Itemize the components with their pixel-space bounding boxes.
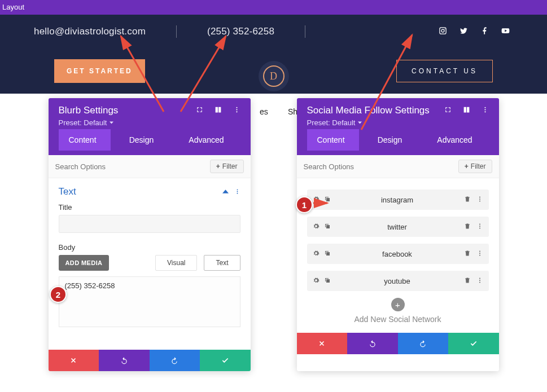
add-new-button[interactable]: + <box>391 298 405 311</box>
tab-advanced[interactable]: Advanced <box>173 129 240 151</box>
filter-label: Filter <box>222 162 238 170</box>
duplicate-icon[interactable] <box>324 196 331 204</box>
svg-point-8 <box>484 111 485 112</box>
cancel-button[interactable] <box>49 350 99 371</box>
panel-title: Blurb Settings <box>59 105 119 116</box>
header-band: hello@diviastrologist.com (255) 352-6258… <box>0 15 547 94</box>
body-tab-visual[interactable]: Visual <box>155 255 197 271</box>
trash-icon[interactable] <box>464 250 471 258</box>
add-media-button[interactable]: ADD MEDIA <box>59 255 110 271</box>
logo: D <box>259 61 289 91</box>
filter-button[interactable]: +Filter <box>458 160 492 173</box>
panel-body: +Filter Text Title Body ADD MEDIA <box>49 155 251 350</box>
layout-label: Layout <box>2 3 24 11</box>
text-section: Text Title Body ADD MEDIA Visual Text <box>49 178 251 350</box>
preset-label: Preset: Default <box>307 118 356 127</box>
social-network-list: instagram twitter <box>297 178 499 296</box>
more-icon[interactable] <box>234 187 240 197</box>
redo-button[interactable] <box>398 333 449 354</box>
panel-layout-icon[interactable] <box>463 105 470 116</box>
more-icon[interactable] <box>482 105 489 116</box>
filter-label: Filter <box>471 162 486 170</box>
cancel-button[interactable] <box>297 333 348 354</box>
preset-label: Preset: Default <box>59 118 107 127</box>
tab-content[interactable]: Content <box>59 129 111 151</box>
gear-icon[interactable] <box>313 223 320 231</box>
layout-strip: Layout <box>0 0 547 15</box>
header-phone: (255) 352-6258 <box>207 26 274 37</box>
gear-icon[interactable] <box>313 196 320 204</box>
confirm-button[interactable] <box>200 350 251 371</box>
preset-selector[interactable]: Preset: Default <box>59 118 240 127</box>
add-new-row: + Add New Social Network <box>297 296 499 333</box>
body-tab-text[interactable]: Text <box>204 255 240 271</box>
more-icon[interactable] <box>476 250 483 258</box>
expand-icon[interactable] <box>196 105 203 116</box>
duplicate-icon[interactable] <box>324 223 331 231</box>
more-icon[interactable] <box>476 223 483 231</box>
tab-design[interactable]: Design <box>359 129 421 151</box>
body-label: Body <box>59 243 240 252</box>
more-icon[interactable] <box>476 196 483 204</box>
item-name: twitter <box>336 223 458 231</box>
svg-point-4 <box>237 191 238 192</box>
list-item[interactable]: instagram <box>307 190 489 210</box>
blurb-panel: Blurb Settings Preset: Default Content D… <box>49 98 251 371</box>
item-name: instagram <box>336 196 458 204</box>
twitter-icon[interactable] <box>460 27 468 37</box>
duplicate-icon[interactable] <box>324 277 331 285</box>
svg-point-19 <box>479 280 480 281</box>
filter-button[interactable]: +Filter <box>210 160 244 173</box>
get-started-button[interactable]: GET STARTED <box>54 59 145 83</box>
svg-point-17 <box>479 254 480 256</box>
expand-icon[interactable] <box>444 105 452 116</box>
list-item[interactable]: youtube <box>307 271 489 291</box>
section-label: Text <box>59 186 76 197</box>
panel-tabs: Content Design Advanced <box>307 129 489 151</box>
trash-icon[interactable] <box>464 223 471 231</box>
item-name: facebook <box>336 250 458 258</box>
trash-icon[interactable] <box>464 277 471 285</box>
tab-content[interactable]: Content <box>307 129 359 151</box>
search-input[interactable] <box>304 160 458 173</box>
undo-button[interactable] <box>99 350 150 371</box>
tab-design[interactable]: Design <box>111 129 173 151</box>
panel-body: +Filter instagram <box>297 155 499 333</box>
trash-icon[interactable] <box>464 196 471 204</box>
contact-us-button[interactable]: CONTACT US <box>396 60 493 82</box>
undo-button[interactable] <box>347 333 398 354</box>
svg-point-3 <box>237 189 238 190</box>
panel-layout-icon[interactable] <box>215 105 222 116</box>
panel-footer <box>297 333 499 354</box>
more-icon[interactable] <box>476 277 483 285</box>
list-item[interactable]: facebook <box>307 244 489 264</box>
gear-icon[interactable] <box>313 250 320 258</box>
chevron-up-icon[interactable] <box>222 187 229 197</box>
svg-point-20 <box>479 281 480 283</box>
logo-letter: D <box>263 65 285 87</box>
svg-point-15 <box>479 250 480 252</box>
duplicate-icon[interactable] <box>324 250 331 258</box>
header-email: hello@diviastrologist.com <box>34 26 146 37</box>
instagram-icon[interactable] <box>439 27 447 37</box>
preset-selector[interactable]: Preset: Default <box>307 118 489 127</box>
svg-point-10 <box>479 199 480 200</box>
svg-point-18 <box>479 278 480 279</box>
svg-point-5 <box>237 193 238 194</box>
panel-title: Social Media Follow Settings <box>307 105 430 116</box>
facebook-icon[interactable] <box>480 27 489 37</box>
more-icon[interactable] <box>233 105 240 116</box>
svg-point-7 <box>484 109 485 110</box>
panel-footer <box>49 350 251 371</box>
svg-point-0 <box>236 107 237 108</box>
panels-row: Blurb Settings Preset: Default Content D… <box>0 94 547 371</box>
tab-advanced[interactable]: Advanced <box>421 129 489 151</box>
list-item[interactable]: twitter <box>307 217 489 237</box>
youtube-icon[interactable] <box>501 27 510 37</box>
search-input[interactable] <box>55 160 210 173</box>
gear-icon[interactable] <box>313 277 320 285</box>
body-textarea[interactable] <box>59 276 240 327</box>
confirm-button[interactable] <box>448 333 499 354</box>
redo-button[interactable] <box>150 350 200 371</box>
title-input[interactable] <box>59 215 240 233</box>
